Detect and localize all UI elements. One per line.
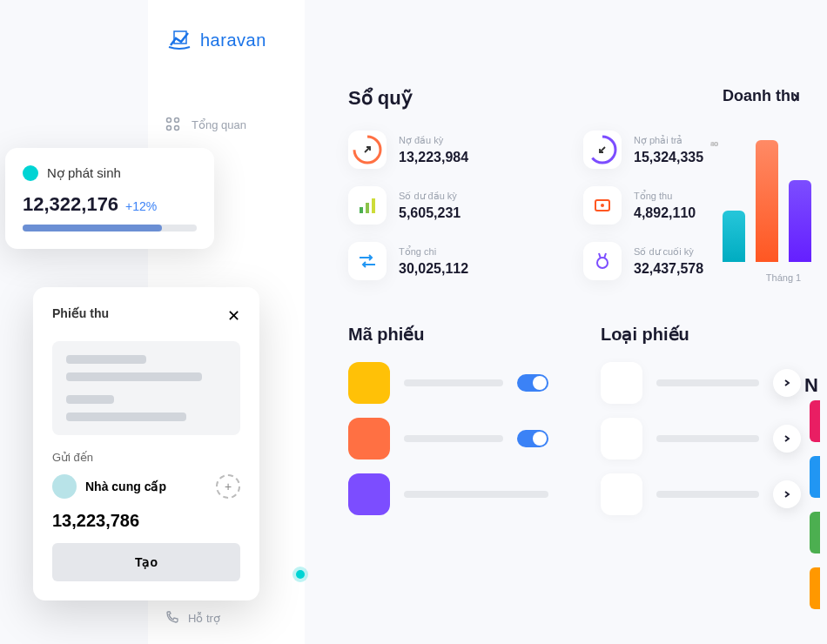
- type-row[interactable]: [601, 418, 801, 460]
- fund-title: Sổ quỹ: [348, 87, 413, 110]
- text-placeholder: [656, 435, 759, 442]
- logo[interactable]: haravan: [165, 26, 287, 54]
- revenue-chart: [723, 140, 827, 262]
- svg-point-2: [175, 118, 179, 123]
- type-row[interactable]: [601, 362, 801, 404]
- stat-value: 13,223,984: [399, 150, 468, 165]
- nav-label: Tổng quan: [192, 118, 246, 131]
- partial-heading: N: [804, 374, 818, 397]
- nav-support[interactable]: Hỗ trợ: [165, 610, 220, 627]
- chevron-right-icon[interactable]: [773, 480, 801, 508]
- stat-total-expense: Tổng chi30,025,112: [348, 242, 566, 280]
- type-box: [601, 362, 642, 404]
- arrow-down-left-icon: [583, 131, 622, 169]
- svg-point-1: [167, 118, 171, 123]
- text-placeholder: [404, 435, 503, 442]
- stat-opening-debt: Nợ đầu kỳ13,223,984: [348, 131, 566, 169]
- receipt-title: Phiếu thu: [52, 306, 109, 325]
- stat-label: Tổng chi: [399, 246, 468, 258]
- chart-bar: [756, 140, 778, 262]
- toggle-switch[interactable]: [517, 374, 548, 392]
- debt-title: Nợ phát sinh: [47, 165, 121, 181]
- type-box: [601, 418, 642, 460]
- color-swatch: [348, 418, 390, 460]
- color-swatch: [348, 473, 390, 515]
- medal-icon: [583, 242, 622, 280]
- status-dot-icon: [23, 165, 38, 181]
- debt-value: 12,322,176: [23, 193, 118, 216]
- nav-overview[interactable]: Tổng quan: [165, 106, 287, 143]
- create-button[interactable]: Tạo: [52, 543, 240, 581]
- send-to-label: Gửi đến: [52, 451, 240, 464]
- svg-rect-7: [360, 207, 363, 213]
- codes-title: Mã phiếu: [348, 324, 548, 345]
- ticket-icon: [583, 186, 622, 225]
- receipt-widget: Phiếu thu ✕ Gửi đến Nhà cung cấp + 13,22…: [33, 287, 259, 600]
- text-placeholder: [656, 379, 759, 386]
- strip-item: [810, 400, 820, 442]
- chart-xlabel: Tháng 1: [723, 272, 827, 283]
- stat-value: 4,892,110: [634, 205, 696, 221]
- strip-item: [810, 512, 820, 553]
- logo-icon: [165, 26, 193, 54]
- brand-name: haravan: [200, 30, 266, 50]
- transfer-icon: [348, 242, 387, 280]
- stat-label: Số dư đầu kỳ: [399, 191, 461, 202]
- strip-item: [810, 567, 820, 609]
- strip-item: [810, 456, 820, 498]
- text-placeholder: [404, 491, 548, 498]
- svg-point-4: [175, 126, 179, 131]
- type-box: [601, 473, 642, 515]
- stat-opening-balance: Số dư đầu kỳ5,605,231: [348, 186, 566, 225]
- debt-change: +12%: [125, 199, 157, 213]
- text-placeholder: [656, 491, 759, 498]
- phone-icon: [165, 610, 179, 627]
- color-strip: [810, 400, 827, 623]
- stat-value: 15,324,335: [634, 150, 703, 165]
- type-row[interactable]: [601, 473, 801, 515]
- stat-value: 32,437,578: [634, 261, 703, 277]
- svg-point-12: [597, 258, 608, 268]
- code-row[interactable]: [348, 418, 548, 460]
- stat-label: Tổng thu: [634, 191, 696, 202]
- support-label: Hỗ trợ: [188, 612, 220, 625]
- grid-icon: [165, 117, 181, 132]
- arrow-up-right-icon: [348, 131, 387, 169]
- chevron-right-icon[interactable]: [773, 369, 801, 397]
- stat-label: Nợ phải trả: [634, 135, 703, 146]
- svg-rect-8: [366, 203, 369, 213]
- stat-label: Số dư cuối kỳ: [634, 246, 703, 258]
- debt-widget: Nợ phát sinh 12,322,176 +12%: [5, 148, 214, 249]
- chart-bar: [789, 180, 811, 262]
- receipt-placeholder: [52, 341, 240, 435]
- bar-chart-icon: [348, 186, 387, 225]
- color-swatch: [348, 362, 390, 404]
- stat-value: 30,025,112: [399, 261, 468, 277]
- chart-bar: [723, 211, 745, 262]
- toggle-switch[interactable]: [517, 430, 548, 447]
- code-row[interactable]: [348, 473, 548, 515]
- text-placeholder: [404, 379, 503, 386]
- stat-label: Nợ đầu kỳ: [399, 135, 468, 146]
- add-button[interactable]: +: [216, 474, 240, 499]
- svg-rect-9: [372, 198, 375, 213]
- revenue-section: Doanh thu 80 40 0 Tháng 1: [723, 87, 827, 283]
- chevron-right-icon[interactable]: [773, 425, 801, 453]
- supplier-name: Nhà cung cấp: [85, 480, 207, 493]
- code-row[interactable]: [348, 362, 548, 404]
- progress-bar: [23, 225, 197, 231]
- close-icon[interactable]: ✕: [227, 306, 240, 325]
- svg-point-3: [167, 126, 171, 131]
- types-title: Loại phiếu: [601, 324, 801, 345]
- revenue-title: Doanh thu: [723, 87, 827, 105]
- svg-point-11: [601, 204, 604, 207]
- indicator-dot-icon: [296, 570, 305, 579]
- stat-value: 5,605,231: [399, 205, 461, 221]
- receipt-amount: 13,223,786: [52, 511, 240, 531]
- supplier-avatar: [52, 474, 77, 499]
